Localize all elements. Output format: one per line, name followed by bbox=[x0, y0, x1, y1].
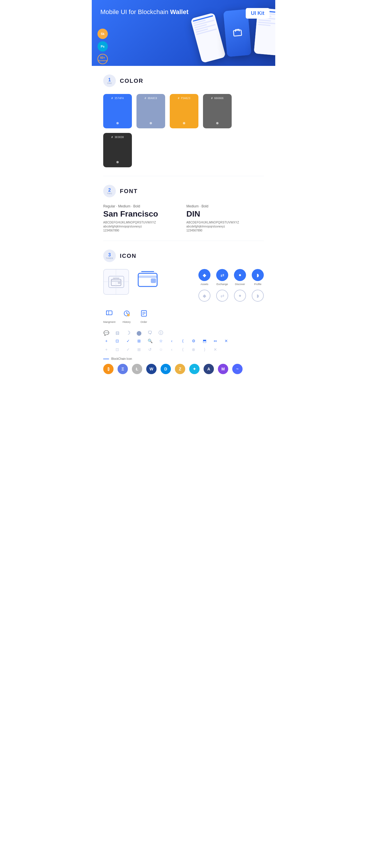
nav-icon-label-1: Exchange bbox=[217, 283, 228, 286]
crypto-row: ₿ΞŁWDZ✦AM~ bbox=[103, 364, 264, 374]
font-title: FONT bbox=[120, 188, 138, 194]
hero-logos: Sk Ps 60+ Screens bbox=[97, 29, 108, 64]
color-swatches: # 3574FA # 8DA0C8 # F5A623 # 666666 # 30… bbox=[103, 94, 264, 167]
crypto-icon-xlm: ✦ bbox=[189, 364, 200, 374]
nav-icons-ghost-row: ◆ ⇄ ● ◗ bbox=[198, 290, 264, 302]
nav-icon-filled-profile: ◗ Profile bbox=[252, 269, 264, 286]
font-lower-0: abcdefghijklmnopqrstuvwxyz bbox=[103, 225, 181, 228]
tool-icon-active-grid: ⊞ bbox=[136, 338, 142, 344]
bottom-nav-icon-2 bbox=[138, 307, 150, 319]
tool-icon-ghost-back: ‹ bbox=[169, 346, 175, 353]
bottom-nav-row: Mangment History Order bbox=[103, 307, 264, 323]
icon-section-header: 3 THREE ICON bbox=[103, 249, 264, 262]
crypto-icon-btc: ₿ bbox=[103, 364, 114, 374]
icon-main-row: ◆ Assets ⇄ Exchange ● Discover ◗ Profile… bbox=[103, 269, 264, 302]
svg-rect-7 bbox=[106, 311, 109, 315]
hero-section: Mobile UI for Blockchain Wallet UI Kit S… bbox=[92, 0, 275, 66]
nav-icons-filled-row: ◆ Assets ⇄ Exchange ● Discover ◗ Profile bbox=[198, 269, 264, 286]
tool-icons-ghost-row: +⊡✓⊞↺☆‹⟨⊗⟩✕ bbox=[103, 346, 264, 353]
bottom-nav-icon-1 bbox=[121, 307, 133, 319]
swatch-dot-2 bbox=[183, 122, 185, 124]
font-upper-0: ABCDEFGHIJKLMNOPQRSTUVWXYZ bbox=[103, 221, 181, 224]
tool-icon-ghost-list: ⊡ bbox=[114, 346, 120, 353]
swatch-dot-0 bbox=[116, 122, 119, 124]
icon-wallet-blue bbox=[138, 269, 158, 289]
misc-icon-info: ⓘ bbox=[158, 330, 164, 336]
section-number-3: 3 THREE bbox=[103, 249, 116, 262]
font-style-0: Regular · Medium · Bold bbox=[103, 204, 181, 208]
blockchain-label: BlockChain Icon bbox=[103, 357, 264, 361]
font-card-1: Medium · Bold DIN ABCDEFGHIJKLMNOPQRSTUV… bbox=[186, 204, 264, 232]
color-section-header: 1 ONE COLOR bbox=[103, 74, 264, 87]
nav-icon-circle-ghost-0: ◆ bbox=[198, 290, 210, 302]
font-section-header: 2 TWO FONT bbox=[103, 185, 264, 197]
tool-icon-active-back: ‹ bbox=[169, 338, 175, 344]
color-section: 1 ONE COLOR # 3574FA # 8DA0C8 # F5A623 #… bbox=[92, 66, 275, 176]
color-swatch-4: # 303030 bbox=[103, 133, 132, 167]
ui-kit-badge: UI Kit bbox=[246, 8, 270, 19]
tool-icon-ghost-x-circle: ⊗ bbox=[190, 346, 197, 353]
nav-icon-filled-assets: ◆ Assets bbox=[198, 269, 210, 286]
tool-icon-active-search: 🔍 bbox=[147, 338, 153, 344]
screens-badge: 60+ Screens bbox=[97, 54, 108, 64]
tool-icon-ghost-close: ✕ bbox=[212, 346, 219, 353]
font-section: 2 TWO FONT Regular · Medium · Bold San F… bbox=[92, 176, 275, 241]
tool-icon-active-star: ☆ bbox=[158, 338, 164, 344]
bottom-nav-label-0: Mangment bbox=[103, 320, 116, 323]
crypto-icon-ardr: A bbox=[204, 364, 214, 374]
misc-icon-moon: ☽ bbox=[125, 330, 131, 336]
tool-icon-active-close: ✕ bbox=[223, 338, 229, 344]
section-number-2: 2 TWO bbox=[103, 185, 116, 197]
nav-icon-ghost-profile: ◗ bbox=[252, 290, 264, 302]
font-name-0: San Francisco bbox=[103, 209, 181, 219]
color-title: COLOR bbox=[120, 78, 143, 84]
misc-icon-layers: ⊟ bbox=[114, 330, 120, 336]
tool-icon-ghost-check: ✓ bbox=[125, 346, 131, 353]
misc-icon-speech: 💬 bbox=[103, 330, 110, 336]
font-name-1: DIN bbox=[186, 209, 264, 219]
nav-icon-ghost-discover: ● bbox=[234, 290, 246, 302]
crypto-icon-matic: M bbox=[218, 364, 228, 374]
swatch-dot-1 bbox=[150, 122, 152, 124]
nav-icon-circle-ghost-2: ● bbox=[234, 290, 246, 302]
svg-rect-5 bbox=[151, 278, 156, 283]
font-upper-1: ABCDEFGHIJKLMNOPQRSTUVWXYZ bbox=[186, 221, 264, 224]
color-swatch-1: # 8DA0C8 bbox=[137, 94, 165, 128]
tool-icon-active-add: + bbox=[103, 338, 110, 344]
font-grid: Regular · Medium · Bold San Francisco AB… bbox=[103, 204, 264, 232]
tool-icon-active-settings: ⚙ bbox=[190, 338, 197, 344]
bottom-nav-label-1: History bbox=[123, 320, 131, 323]
sketch-logo: Sk bbox=[97, 29, 108, 39]
icon-title: ICON bbox=[120, 253, 137, 259]
nav-icon-label-2: Discover bbox=[235, 283, 245, 286]
nav-icon-ghost-assets: ◆ bbox=[198, 290, 210, 302]
tool-icon-ghost-share: ⟨ bbox=[179, 346, 186, 353]
svg-rect-6 bbox=[106, 311, 112, 315]
tool-icon-ghost-add: + bbox=[103, 346, 110, 353]
nav-icon-label-0: Assets bbox=[200, 283, 208, 286]
nav-icon-ghost-exchange: ⇄ bbox=[216, 290, 228, 302]
nav-icon-circle-filled-1: ⇄ bbox=[216, 269, 228, 281]
misc-icon-chat: 🗨 bbox=[147, 330, 153, 336]
color-swatch-2: # F5A623 bbox=[170, 94, 198, 128]
nav-icon-filled-exchange: ⇄ Exchange bbox=[216, 269, 228, 286]
tool-icon-ghost-grid: ⊞ bbox=[136, 346, 142, 353]
phone-left bbox=[190, 12, 226, 63]
font-style-1: Medium · Bold bbox=[186, 204, 264, 208]
crypto-icon-eth: Ξ bbox=[117, 364, 128, 374]
tool-icon-active-export: ⬒ bbox=[201, 338, 207, 344]
swatch-dot-3 bbox=[216, 122, 219, 124]
nav-icon-circle-filled-0: ◆ bbox=[198, 269, 210, 281]
tool-icon-ghost-forward: ⟩ bbox=[201, 346, 207, 353]
tool-icon-active-share: ⟨ bbox=[179, 338, 186, 344]
bottom-nav-label-2: Order bbox=[140, 320, 147, 323]
bottom-nav-icon-0 bbox=[103, 307, 115, 319]
tool-icon-ghost-refresh: ↺ bbox=[147, 346, 153, 353]
tool-icon-active-exchange: ⇔ bbox=[212, 338, 219, 344]
crypto-icon-waves: W bbox=[146, 364, 157, 374]
font-lower-1: abcdefghijklmnopqrstuvwxyz bbox=[186, 225, 264, 228]
hero-title: Mobile UI for Blockchain Wallet bbox=[101, 8, 266, 16]
nav-icon-circle-ghost-3: ◗ bbox=[252, 290, 264, 302]
tool-icon-active-check: ✓ bbox=[125, 338, 131, 344]
tool-icon-ghost-star: ☆ bbox=[158, 346, 164, 353]
